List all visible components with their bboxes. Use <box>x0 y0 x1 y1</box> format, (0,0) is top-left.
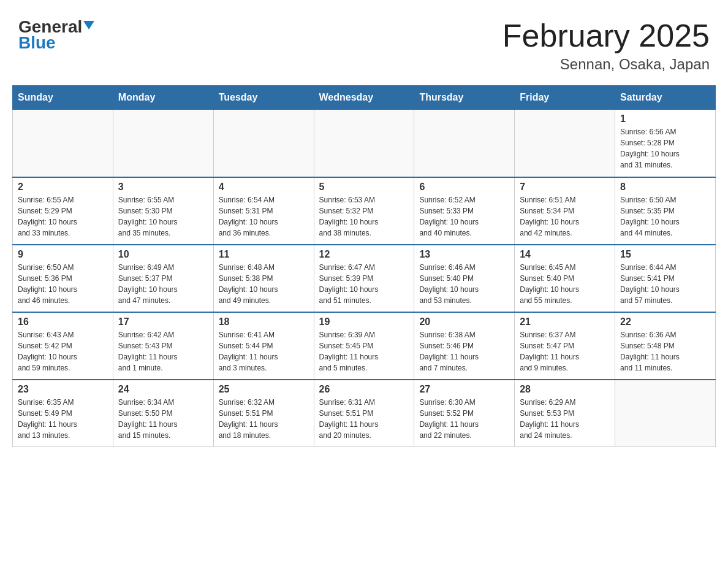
day-info: Sunrise: 6:54 AMSunset: 5:31 PMDaylight:… <box>219 194 309 239</box>
day-info: Sunrise: 6:44 AMSunset: 5:41 PMDaylight:… <box>620 262 710 306</box>
table-row: 22Sunrise: 6:36 AMSunset: 5:48 PMDayligh… <box>615 312 716 380</box>
table-row: 28Sunrise: 6:29 AMSunset: 5:53 PMDayligh… <box>515 380 615 447</box>
table-row: 21Sunrise: 6:37 AMSunset: 5:47 PMDayligh… <box>515 312 615 380</box>
header-monday: Monday <box>113 86 213 110</box>
table-row: 12Sunrise: 6:47 AMSunset: 5:39 PMDayligh… <box>314 245 414 312</box>
day-info: Sunrise: 6:38 AMSunset: 5:46 PMDaylight:… <box>419 329 509 373</box>
day-number: 16 <box>18 316 108 327</box>
day-number: 3 <box>118 182 208 193</box>
table-row: 9Sunrise: 6:50 AMSunset: 5:36 PMDaylight… <box>13 245 113 312</box>
day-number: 23 <box>18 384 108 395</box>
day-info: Sunrise: 6:49 AMSunset: 5:37 PMDaylight:… <box>118 262 208 306</box>
table-row: 5Sunrise: 6:53 AMSunset: 5:32 PMDaylight… <box>314 177 414 245</box>
day-info: Sunrise: 6:55 AMSunset: 5:29 PMDaylight:… <box>18 194 108 239</box>
calendar-table: Sunday Monday Tuesday Wednesday Thursday… <box>12 85 716 447</box>
day-number: 1 <box>620 113 710 124</box>
day-number: 10 <box>118 249 208 260</box>
day-number: 20 <box>419 316 509 327</box>
table-row: 11Sunrise: 6:48 AMSunset: 5:38 PMDayligh… <box>213 245 314 312</box>
page-header: General Blue February 2025 Sennan, Osaka… <box>12 12 716 73</box>
header-tuesday: Tuesday <box>213 86 314 110</box>
table-row: 26Sunrise: 6:31 AMSunset: 5:51 PMDayligh… <box>314 380 414 447</box>
day-info: Sunrise: 6:55 AMSunset: 5:30 PMDaylight:… <box>118 194 208 239</box>
day-info: Sunrise: 6:50 AMSunset: 5:36 PMDaylight:… <box>18 262 108 306</box>
calendar-header-row: Sunday Monday Tuesday Wednesday Thursday… <box>13 86 716 110</box>
calendar-week-row: 23Sunrise: 6:35 AMSunset: 5:49 PMDayligh… <box>13 380 716 447</box>
day-info: Sunrise: 6:53 AMSunset: 5:32 PMDaylight:… <box>319 194 409 239</box>
logo-blue: Blue <box>18 33 56 53</box>
calendar-week-row: 2Sunrise: 6:55 AMSunset: 5:29 PMDaylight… <box>13 177 716 245</box>
table-row: 19Sunrise: 6:39 AMSunset: 5:45 PMDayligh… <box>314 312 414 380</box>
calendar-week-row: 16Sunrise: 6:43 AMSunset: 5:42 PMDayligh… <box>13 312 716 380</box>
calendar-subtitle: Sennan, Osaka, Japan <box>502 56 710 73</box>
day-number: 4 <box>219 182 309 193</box>
table-row: 16Sunrise: 6:43 AMSunset: 5:42 PMDayligh… <box>13 312 113 380</box>
header-saturday: Saturday <box>615 86 716 110</box>
day-number: 9 <box>18 249 108 260</box>
table-row <box>414 110 515 177</box>
day-info: Sunrise: 6:43 AMSunset: 5:42 PMDaylight:… <box>18 329 108 373</box>
day-number: 22 <box>620 316 710 327</box>
table-row: 24Sunrise: 6:34 AMSunset: 5:50 PMDayligh… <box>113 380 213 447</box>
table-row: 14Sunrise: 6:45 AMSunset: 5:40 PMDayligh… <box>515 245 615 312</box>
table-row: 15Sunrise: 6:44 AMSunset: 5:41 PMDayligh… <box>615 245 716 312</box>
header-sunday: Sunday <box>13 86 113 110</box>
day-info: Sunrise: 6:30 AMSunset: 5:52 PMDaylight:… <box>419 397 509 441</box>
logo: General Blue <box>18 18 94 53</box>
table-row <box>615 380 716 447</box>
table-row <box>13 110 113 177</box>
table-row: 10Sunrise: 6:49 AMSunset: 5:37 PMDayligh… <box>113 245 213 312</box>
day-info: Sunrise: 6:37 AMSunset: 5:47 PMDaylight:… <box>520 329 610 373</box>
title-section: February 2025 Sennan, Osaka, Japan <box>502 18 710 73</box>
table-row <box>113 110 213 177</box>
day-info: Sunrise: 6:34 AMSunset: 5:50 PMDaylight:… <box>118 397 208 441</box>
day-number: 17 <box>118 316 208 327</box>
day-info: Sunrise: 6:41 AMSunset: 5:44 PMDaylight:… <box>219 329 309 373</box>
table-row: 27Sunrise: 6:30 AMSunset: 5:52 PMDayligh… <box>414 380 515 447</box>
day-info: Sunrise: 6:35 AMSunset: 5:49 PMDaylight:… <box>18 397 108 441</box>
table-row: 13Sunrise: 6:46 AMSunset: 5:40 PMDayligh… <box>414 245 515 312</box>
day-info: Sunrise: 6:47 AMSunset: 5:39 PMDaylight:… <box>319 262 409 306</box>
day-info: Sunrise: 6:51 AMSunset: 5:34 PMDaylight:… <box>520 194 610 239</box>
table-row: 2Sunrise: 6:55 AMSunset: 5:29 PMDaylight… <box>13 177 113 245</box>
day-info: Sunrise: 6:31 AMSunset: 5:51 PMDaylight:… <box>319 397 409 441</box>
table-row: 18Sunrise: 6:41 AMSunset: 5:44 PMDayligh… <box>213 312 314 380</box>
day-info: Sunrise: 6:50 AMSunset: 5:35 PMDaylight:… <box>620 194 710 239</box>
calendar-week-row: 1Sunrise: 6:56 AMSunset: 5:28 PMDaylight… <box>13 110 716 177</box>
day-number: 6 <box>419 182 509 193</box>
day-number: 25 <box>219 384 309 395</box>
calendar-title: February 2025 <box>502 18 710 53</box>
day-info: Sunrise: 6:42 AMSunset: 5:43 PMDaylight:… <box>118 329 208 373</box>
day-number: 14 <box>520 249 610 260</box>
table-row: 4Sunrise: 6:54 AMSunset: 5:31 PMDaylight… <box>213 177 314 245</box>
day-number: 12 <box>319 249 409 260</box>
header-wednesday: Wednesday <box>314 86 414 110</box>
day-number: 8 <box>620 182 710 193</box>
day-number: 18 <box>219 316 309 327</box>
header-thursday: Thursday <box>414 86 515 110</box>
day-info: Sunrise: 6:45 AMSunset: 5:40 PMDaylight:… <box>520 262 610 306</box>
header-friday: Friday <box>515 86 615 110</box>
table-row: 1Sunrise: 6:56 AMSunset: 5:28 PMDaylight… <box>615 110 716 177</box>
table-row: 6Sunrise: 6:52 AMSunset: 5:33 PMDaylight… <box>414 177 515 245</box>
table-row <box>314 110 414 177</box>
table-row: 20Sunrise: 6:38 AMSunset: 5:46 PMDayligh… <box>414 312 515 380</box>
day-info: Sunrise: 6:39 AMSunset: 5:45 PMDaylight:… <box>319 329 409 373</box>
day-info: Sunrise: 6:29 AMSunset: 5:53 PMDaylight:… <box>520 397 610 441</box>
day-number: 13 <box>419 249 509 260</box>
day-number: 2 <box>18 182 108 193</box>
day-number: 19 <box>319 316 409 327</box>
day-number: 11 <box>219 249 309 260</box>
table-row <box>213 110 314 177</box>
day-info: Sunrise: 6:52 AMSunset: 5:33 PMDaylight:… <box>419 194 509 239</box>
table-row: 8Sunrise: 6:50 AMSunset: 5:35 PMDaylight… <box>615 177 716 245</box>
day-info: Sunrise: 6:36 AMSunset: 5:48 PMDaylight:… <box>620 329 710 373</box>
day-number: 15 <box>620 249 710 260</box>
day-number: 26 <box>319 384 409 395</box>
table-row: 25Sunrise: 6:32 AMSunset: 5:51 PMDayligh… <box>213 380 314 447</box>
table-row: 3Sunrise: 6:55 AMSunset: 5:30 PMDaylight… <box>113 177 213 245</box>
table-row: 23Sunrise: 6:35 AMSunset: 5:49 PMDayligh… <box>13 380 113 447</box>
table-row <box>515 110 615 177</box>
day-info: Sunrise: 6:48 AMSunset: 5:38 PMDaylight:… <box>219 262 309 306</box>
calendar-week-row: 9Sunrise: 6:50 AMSunset: 5:36 PMDaylight… <box>13 245 716 312</box>
